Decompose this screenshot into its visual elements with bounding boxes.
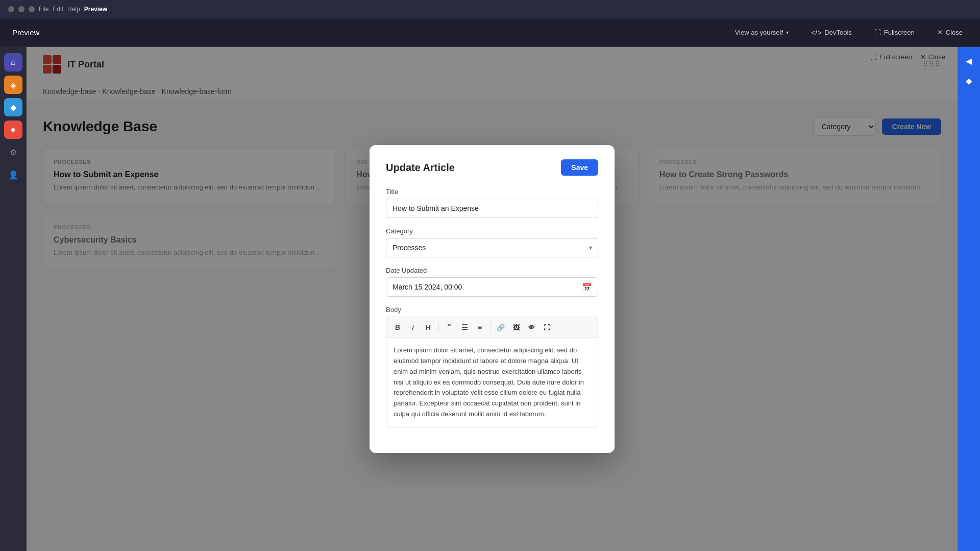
fullscreen-text: Fullscreen [884,29,915,36]
toolbar-divider-1 [438,322,439,332]
bullet-list-button[interactable]: ☰ [457,320,472,334]
fullscreen-button[interactable]: ⛶ Fullscreen [869,26,920,39]
body-label: Body [386,306,598,314]
preview-label: Preview [12,28,39,37]
title-form-group: Title [386,188,598,218]
bold-button[interactable]: B [390,320,405,334]
toolbar-divider-2 [490,322,491,332]
calendar-icon[interactable]: 📅 [582,282,592,292]
sidebar-icon-users[interactable]: 👤 [4,165,22,184]
sidebar-icon-settings[interactable]: ⚙ [4,143,22,161]
os-tab-edit[interactable]: Edit [53,6,63,13]
quote-button[interactable]: " [442,320,456,334]
view-as-text: View as yourself [735,29,783,36]
page-content: IT Portal ⠿⠿⠿ Knowledge-base › Knowledge… [27,47,958,551]
category-select-wrapper: Processes Software Hardware HR ▾ [386,238,598,257]
close-text: Close [946,29,963,36]
modal-header: Update Article Save [386,159,598,176]
preview-actions: View as yourself ▾ </> DevTools ⛶ Fullsc… [730,26,968,40]
modal-title: Update Article [386,162,455,174]
update-article-modal: Update Article Save Title Category Proce… [370,145,615,453]
date-input-wrapper: 📅 [386,277,598,297]
sidebar-icon-red[interactable]: ● [4,121,22,139]
code-icon: </> [811,29,821,37]
title-label: Title [386,188,598,196]
editor-body[interactable]: Lorem ipsum dolor sit amet, consectetur … [386,338,598,427]
devtools-button[interactable]: </> DevTools [806,26,857,40]
fullscreen-icon: ⛶ [874,29,881,36]
modal-save-button[interactable]: Save [561,159,598,176]
editor-fullscreen-button[interactable]: ⛶ [540,320,554,334]
devtools-text: DevTools [824,29,851,36]
close-icon: ✕ [937,29,943,36]
image-button[interactable]: 🖼 [509,320,523,334]
os-tab-file[interactable]: File [39,6,48,13]
sidebar-icon-home[interactable]: ⌂ [4,53,22,71]
title-input[interactable] [386,199,598,218]
modal-overlay[interactable]: Update Article Save Title Category Proce… [27,47,958,551]
os-tab-preview[interactable]: Preview [84,6,107,13]
body-text: Lorem ipsum dolor sit amet, consectetur … [394,346,584,418]
date-form-group: Date Updated 📅 [386,267,598,297]
os-bar: File Edit Help Preview [0,0,980,18]
numbered-list-button[interactable]: ≡ [473,320,487,334]
view-as-yourself-button[interactable]: View as yourself ▾ [730,26,794,39]
main-wrapper: ⌂ ◈ ◆ ● ⚙ 👤 IT Portal ⠿⠿⠿ Know [0,47,980,551]
category-form-group: Category Processes Software Hardware HR … [386,227,598,257]
os-dot-2 [18,6,24,12]
preview-bar: Preview View as yourself ▾ </> DevTools … [0,18,980,47]
right-panel: ◀ ◆ [958,47,980,551]
editor-toolbar: B I H " ☰ ≡ 🔗 🖼 👁 ⛶ [386,317,598,338]
date-label: Date Updated [386,267,598,274]
close-preview-button[interactable]: ✕ Close [932,26,968,39]
heading-button[interactable]: H [421,320,435,334]
editor-container: B I H " ☰ ≡ 🔗 🖼 👁 ⛶ [386,317,598,427]
chevron-down-icon: ▾ [786,30,789,35]
preview-button[interactable]: 👁 [524,320,538,334]
italic-button[interactable]: I [406,320,420,334]
date-input[interactable] [386,277,598,297]
os-dot-3 [29,6,35,12]
sidebar-icon-blue[interactable]: ◆ [4,98,22,116]
left-sidebar: ⌂ ◈ ◆ ● ⚙ 👤 [0,47,27,551]
sidebar-icon-orange[interactable]: ◈ [4,76,22,94]
right-panel-icon-1[interactable]: ◀ [963,53,975,69]
body-form-group: Body B I H " ☰ ≡ 🔗 🖼 [386,306,598,427]
os-dot-1 [8,6,14,12]
category-select[interactable]: Processes Software Hardware HR [386,238,598,257]
right-panel-icon-2[interactable]: ◆ [963,73,975,89]
os-tab-help[interactable]: Help [67,6,80,13]
link-button[interactable]: 🔗 [494,320,508,334]
category-label: Category [386,227,598,235]
